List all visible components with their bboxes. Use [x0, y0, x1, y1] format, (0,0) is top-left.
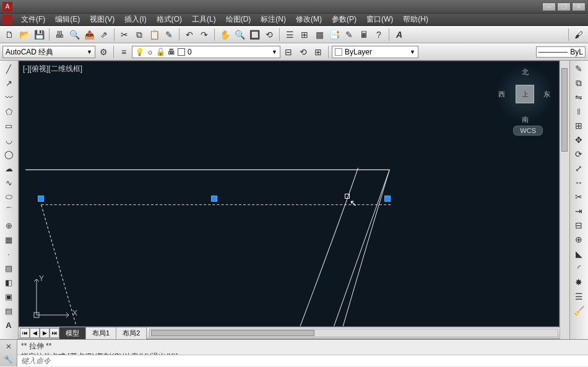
undo-button[interactable]: ↶ [183, 28, 196, 41]
offset-tool[interactable]: ⫴ [571, 105, 586, 118]
command-input[interactable] [17, 355, 588, 366]
horizontal-scrollbar[interactable] [149, 329, 558, 337]
polygon-tool[interactable]: ⬠ [1, 105, 16, 118]
region-tool[interactable]: ▣ [1, 290, 16, 303]
vertical-scrollbar[interactable] [560, 61, 569, 339]
block-tool[interactable]: ▦ [1, 233, 16, 246]
menu-params[interactable]: 参数(P) [327, 14, 361, 25]
grip-midpoint[interactable] [211, 196, 217, 202]
lineweight-dropdown[interactable]: ByL [536, 46, 586, 58]
array-tool[interactable]: ⊞ [571, 119, 586, 132]
help-button[interactable]: ? [372, 28, 386, 41]
point-tool[interactable]: · [1, 247, 16, 261]
menu-tools[interactable]: 工具(L) [187, 14, 221, 25]
designcenter-button[interactable]: ⊞ [298, 28, 311, 41]
mtext-tool[interactable]: A [1, 318, 16, 332]
workspace-settings-button[interactable]: ⚙ [97, 45, 110, 59]
table-tool[interactable]: ▤ [1, 304, 16, 317]
pan-button[interactable]: ✋ [218, 28, 231, 41]
tab-first-button[interactable]: ⏮ [20, 328, 30, 338]
join-tool[interactable]: ⊕ [571, 233, 586, 246]
minimize-button[interactable]: – [542, 2, 556, 11]
spline-tool[interactable]: ∿ [1, 176, 16, 189]
menu-insert[interactable]: 插入(I) [119, 14, 151, 25]
redo-button[interactable]: ↷ [197, 28, 211, 41]
open-button[interactable]: 📂 [17, 28, 31, 41]
viewcube-south[interactable]: 南 [522, 115, 529, 124]
properties-button[interactable]: ☰ [283, 28, 296, 41]
layer-dropdown[interactable]: 💡 ☼ 🔓 🖶 0 ▼ [132, 46, 280, 58]
tab-prev-button[interactable]: ◀ [30, 328, 40, 338]
save-button[interactable]: 💾 [32, 28, 46, 41]
command-history[interactable]: ** 拉伸 ** 指定拉伸点或 [基点(B)/复制(C)/放弃(U)/退出(X)… [17, 340, 588, 355]
layer-prev-button[interactable]: ⟲ [296, 45, 310, 59]
break-tool[interactable]: ⊟ [571, 218, 586, 232]
menu-file[interactable]: 文件(F) [16, 14, 50, 25]
menu-dimension[interactable]: 标注(N) [256, 14, 291, 25]
tab-next-button[interactable]: ▶ [40, 328, 50, 338]
app-icon-menu[interactable] [2, 15, 12, 25]
viewcube-north[interactable]: 北 [522, 67, 529, 77]
menu-draw[interactable]: 绘图(D) [221, 14, 256, 25]
restore-button[interactable]: ❐ [557, 2, 571, 11]
toolpalette-button[interactable]: ▦ [313, 28, 326, 41]
draworder-tool[interactable]: ☰ [571, 290, 586, 303]
extend-tool[interactable]: ⇥ [571, 204, 586, 218]
chamfer-tool[interactable]: ◣ [571, 247, 586, 261]
new-button[interactable]: 🗋 [2, 28, 16, 41]
viewcube-east[interactable]: 东 [543, 90, 550, 99]
stretch-tool[interactable]: ↔ [571, 176, 586, 189]
zoomrt-button[interactable]: 🔍 [233, 28, 246, 41]
xline-tool[interactable]: ↗ [1, 76, 16, 90]
explode-tool[interactable]: ✸ [571, 275, 586, 289]
ellipsearc-tool[interactable]: ⌒ [1, 204, 16, 218]
copy-button[interactable]: ⧉ [132, 28, 146, 41]
rotate-tool[interactable]: ⟳ [571, 147, 586, 161]
menu-format[interactable]: 格式(O) [152, 14, 187, 25]
viewcube[interactable]: 北 南 西 东 上 [497, 66, 553, 122]
layer-isolate-button[interactable]: ⊟ [282, 45, 295, 59]
sheetset-button[interactable]: 📑 [327, 28, 341, 41]
match-button[interactable]: ✎ [162, 28, 176, 41]
line-tool[interactable]: ╱ [1, 62, 16, 76]
tab-layout1[interactable]: 布局1 [86, 327, 116, 339]
menu-help[interactable]: 帮助(H) [398, 14, 433, 25]
export-button[interactable]: ⇗ [97, 28, 111, 41]
layer-manager-button[interactable]: ≡ [117, 45, 131, 59]
print-button[interactable]: 🖶 [53, 28, 66, 41]
close-button[interactable]: ✕ [572, 2, 586, 11]
copy-tool[interactable]: ⧉ [571, 76, 586, 90]
preview-button[interactable]: 🔍 [67, 28, 81, 41]
cut-button[interactable]: ✂ [118, 28, 131, 41]
tab-layout2[interactable]: 布局2 [116, 327, 147, 339]
revcloud-tool[interactable]: ☁ [1, 162, 16, 175]
zoomwin-button[interactable]: 🔲 [248, 28, 261, 41]
polyline-tool[interactable]: 〰 [1, 90, 16, 104]
viewcube-top-face[interactable]: 上 [516, 85, 534, 103]
trim-tool[interactable]: ✂ [571, 190, 586, 204]
linetype-dropdown[interactable]: ByLayer ▼ [332, 46, 418, 58]
close-icon[interactable]: ✕ [6, 342, 12, 351]
menu-modify[interactable]: 修改(M) [291, 14, 327, 25]
arc-tool[interactable]: ◡ [1, 133, 16, 147]
insert-tool[interactable]: ⊕ [1, 218, 16, 232]
quickcalc-button[interactable]: 🖩 [357, 28, 371, 41]
move-tool[interactable]: ✥ [571, 133, 586, 147]
markup-button[interactable]: ✎ [342, 28, 356, 41]
drawing-viewport[interactable]: [-][俯视][二维线框] ↖ 北 南 西 [19, 61, 560, 327]
rectangle-tool[interactable]: ▭ [1, 119, 16, 132]
tab-model[interactable]: 模型 [59, 327, 86, 339]
gradient-tool[interactable]: ◧ [1, 275, 16, 289]
cleanup-tool[interactable]: 🧹 [571, 304, 586, 317]
menu-view[interactable]: 视图(V) [85, 14, 119, 25]
viewcube-west[interactable]: 西 [498, 90, 505, 99]
grip-endpoint-right[interactable] [384, 196, 391, 202]
mirror-tool[interactable]: ⇋ [571, 90, 586, 104]
hatch-tool[interactable]: ▨ [1, 261, 16, 275]
publish-button[interactable]: 📤 [82, 28, 96, 41]
grip-endpoint-left[interactable] [38, 196, 44, 202]
workspace-selector[interactable]: AutoCAD 经典 ▼ [2, 46, 95, 58]
textstyle-button[interactable]: A [392, 28, 406, 41]
hscroll-thumb[interactable] [151, 330, 314, 336]
command-handle[interactable]: ✕ 🔧 [0, 340, 17, 366]
